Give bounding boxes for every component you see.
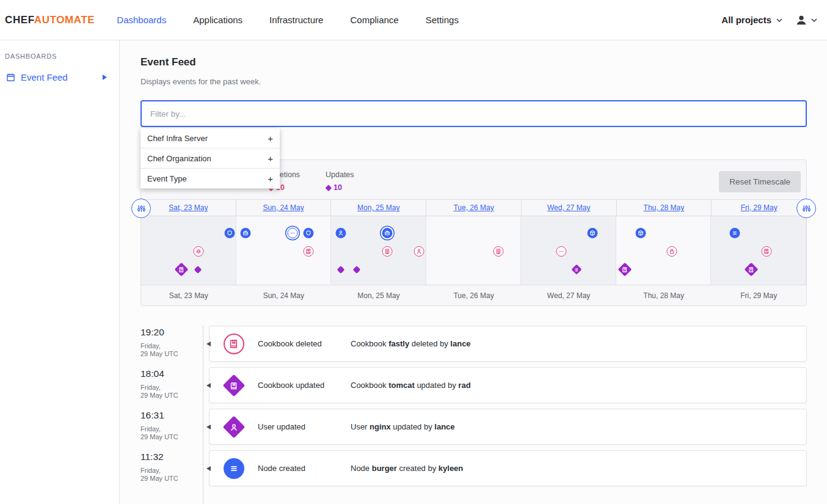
- filter-input[interactable]: [140, 100, 807, 127]
- book-icon: [621, 266, 628, 273]
- nav-item-compliance[interactable]: Compliance: [350, 15, 398, 25]
- event-type-label: Node created: [258, 464, 351, 473]
- plus-icon[interactable]: +: [268, 133, 273, 144]
- timeline-day-column: [711, 216, 806, 285]
- list-icon: [732, 230, 738, 236]
- timeline-marker-deletion-book[interactable]: [761, 246, 771, 257]
- calendar-icon: [6, 73, 15, 82]
- timeline-day-link-sun-24-may[interactable]: Sun, 24 May: [263, 203, 304, 212]
- event-date: Friday,29 May UTC: [140, 342, 209, 358]
- timeline-day-link-wed-27-may[interactable]: Wed, 27 May: [547, 203, 590, 212]
- expand-arrow-icon[interactable]: [103, 75, 107, 80]
- chef-automate-logo[interactable]: CHEFAUTOMATE: [5, 14, 95, 26]
- nav-item-applications[interactable]: Applications: [193, 15, 242, 25]
- shield-icon: [226, 230, 233, 236]
- timeline-marker-creation-cube[interactable]: [588, 228, 598, 238]
- event-time: 19:20: [140, 327, 209, 338]
- event-row: 18:04Friday,29 May UTCCookbook updatedCo…: [140, 367, 807, 403]
- shield-icon: [305, 230, 312, 236]
- timeline-day-footer-label: Mon, 25 May: [331, 285, 426, 306]
- timescale-handle-left[interactable]: [131, 199, 151, 218]
- timeline-day-footer-label: Sat, 23 May: [141, 285, 236, 306]
- event-date: Friday,29 May UTC: [140, 425, 209, 441]
- stat-value: ◆ 10: [326, 183, 354, 192]
- book-icon: [763, 248, 770, 255]
- timeline-day-footer: Sat, 23 MaySun, 24 MayMon, 25 MayTue, 26…: [141, 285, 806, 306]
- filter-option-label: Chef Infra Server: [147, 134, 208, 143]
- sidebar-section-heading: DASHBOARDS: [0, 53, 119, 60]
- sidebar: DASHBOARDS Event Feed: [0, 40, 120, 504]
- book-icon: [305, 248, 312, 255]
- chevron-down-icon: [811, 18, 817, 22]
- plus-icon[interactable]: +: [268, 173, 273, 184]
- event-card-cookbook-updated[interactable]: Cookbook updatedCookbook tomcat updated …: [209, 367, 807, 403]
- filter-dropdown: Chef Infra Server+Chef Organization+Even…: [140, 128, 280, 189]
- timeline-marker-creation-person[interactable]: [335, 228, 346, 238]
- nav-item-settings[interactable]: Settings: [426, 15, 459, 25]
- org-icon: [575, 268, 579, 272]
- event-timestamp: 16:31Friday,29 May UTC: [140, 409, 209, 445]
- filter-option-event-type[interactable]: Event Type+: [140, 169, 280, 189]
- page-subtitle: Displays events for the past week.: [140, 77, 807, 86]
- filter-option-label: Event Type: [147, 174, 187, 183]
- timeline-marker-deletion-dots[interactable]: [556, 246, 567, 257]
- page-title: Event Feed: [140, 56, 807, 68]
- timeline-grid: [141, 216, 806, 285]
- org-icon: [495, 248, 501, 255]
- timeline-marker-creation-dots[interactable]: [288, 228, 298, 238]
- main-nav: DashboardsApplicationsInfrastructureComp…: [117, 15, 459, 25]
- timeline-day-column: [331, 216, 426, 285]
- event-icon-person: [222, 415, 246, 439]
- event-description: Cookbook tomcat updated by rad: [351, 381, 471, 390]
- logo-automate: AUTOMATE: [34, 14, 95, 26]
- profile-menu[interactable]: [795, 13, 817, 27]
- timeline-marker-creation-bag[interactable]: [382, 228, 392, 238]
- event-date: Friday,29 May UTC: [140, 384, 209, 400]
- timeline-day-link-tue-26-may[interactable]: Tue, 26 May: [453, 203, 494, 212]
- timeline-day-header-cell: Tue, 26 May: [426, 200, 522, 216]
- timeline-day-column: [426, 216, 522, 285]
- event-card-cookbook-deleted[interactable]: Cookbook deletedCookbook fastly deleted …: [209, 326, 807, 362]
- timeline-day-column: [521, 216, 616, 285]
- timeline-marker-creation-cube[interactable]: [635, 228, 646, 238]
- timeline-marker-deletion-person[interactable]: [414, 246, 424, 257]
- timeline-day-link-thu-28-may[interactable]: Thu, 28 May: [644, 203, 685, 212]
- org-icon: [384, 248, 390, 255]
- event-description: Node burger created by kyleen: [351, 464, 463, 473]
- timeline-day-link-sat-23-may[interactable]: Sat, 23 May: [169, 203, 208, 212]
- event-time: 16:31: [140, 410, 209, 421]
- projects-filter-dropdown[interactable]: All projects: [721, 15, 782, 25]
- book-icon: [228, 338, 239, 349]
- nav-item-infrastructure[interactable]: Infrastructure: [269, 15, 323, 25]
- timeline-marker-deletion-org[interactable]: [382, 246, 392, 257]
- cube-icon: [637, 230, 644, 236]
- filter-option-chef-infra-server[interactable]: Chef Infra Server+: [140, 128, 280, 148]
- timescale-handle-right[interactable]: [796, 199, 816, 218]
- filter-option-label: Chef Organization: [147, 154, 211, 163]
- event-card-node-created[interactable]: Node createdNode burger created by kylee…: [209, 450, 807, 486]
- timeline-marker-deletion-org[interactable]: [493, 246, 503, 257]
- filter-option-chef-organization[interactable]: Chef Organization+: [140, 148, 280, 169]
- timeline-connector-line: [203, 326, 203, 504]
- plus-icon[interactable]: +: [268, 153, 273, 164]
- cube-icon: [589, 230, 596, 236]
- timeline-marker-creation-shield[interactable]: [224, 228, 235, 238]
- reset-timescale-button[interactable]: Reset Timescale: [719, 171, 801, 192]
- timeline-marker-deletion-book[interactable]: [304, 246, 314, 257]
- timeline-day-link-fri-29-may[interactable]: Fri, 29 May: [741, 203, 778, 212]
- timeline-marker-deletion-gear[interactable]: [193, 246, 203, 257]
- timeline-marker-creation-bag[interactable]: [240, 228, 250, 238]
- timeline-marker-deletion-lock[interactable]: [667, 246, 677, 257]
- timeline-day-column: [616, 216, 712, 285]
- timeline-day-link-mon-25-may[interactable]: Mon, 25 May: [357, 203, 399, 212]
- timeline-marker-creation-shield[interactable]: [304, 228, 314, 238]
- event-card-user-updated[interactable]: User updatedUser nginx updated by lance: [209, 409, 807, 445]
- event-feed-list: 19:20Friday,29 May UTCCookbook deletedCo…: [140, 326, 807, 486]
- person-icon: [230, 422, 239, 431]
- sidebar-item-event-feed[interactable]: Event Feed: [0, 67, 119, 87]
- book-icon: [230, 381, 239, 390]
- dots-icon: [290, 230, 296, 236]
- nav-item-dashboards[interactable]: Dashboards: [117, 15, 166, 25]
- event-timestamp: 18:04Friday,29 May UTC: [140, 367, 209, 403]
- timeline-marker-creation-list[interactable]: [730, 228, 740, 238]
